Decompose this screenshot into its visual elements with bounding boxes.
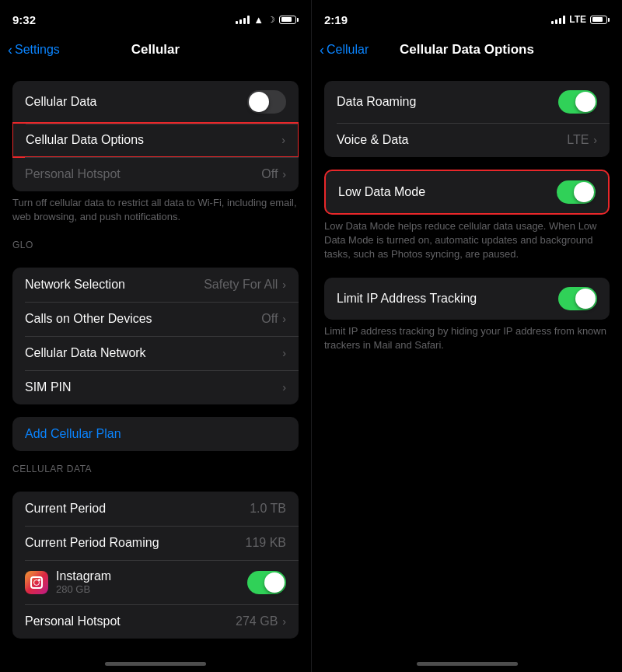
left-home-indicator (0, 646, 311, 672)
right-panel: 2:19 LTE ‹ Cellular Cellular Data Option… (311, 0, 622, 672)
instagram-left: Instagram 280 GB (25, 569, 111, 595)
left-time: 9:32 (12, 13, 36, 26)
wifi-icon: ▲ (253, 14, 264, 26)
limit-ip-info: Limit IP address tracking by hiding your… (312, 320, 622, 355)
cellular-data-section: Current Period 1.0 TB Current Period Roa… (12, 492, 299, 639)
instagram-icon-inner (30, 576, 43, 589)
data-roaming-row[interactable]: Data Roaming (324, 81, 610, 123)
home-bar (105, 662, 206, 666)
sim-pin-row[interactable]: SIM PIN › (12, 370, 299, 404)
chevron-right-icon: › (281, 134, 285, 146)
cellular-data-network-label: Cellular Data Network (25, 346, 146, 360)
right-back-label: Cellular (327, 43, 369, 57)
glo-section: Network Selection Safety For All › Calls… (12, 268, 299, 404)
current-period-roaming-value: 119 KB (246, 536, 286, 550)
toggle-thumb (249, 92, 269, 112)
cellular-data-network-row[interactable]: Cellular Data Network › (12, 336, 299, 370)
personal-hotspot-data-label: Personal Hotspot (25, 614, 121, 628)
toggle-thumb (574, 182, 594, 202)
left-back-button[interactable]: ‹ Settings (8, 42, 60, 58)
chevron-left-icon: ‹ (320, 42, 324, 58)
data-roaming-toggle[interactable] (558, 90, 597, 114)
network-selection-row[interactable]: Network Selection Safety For All › (12, 268, 299, 302)
voice-data-row[interactable]: Voice & Data LTE › (324, 123, 610, 157)
left-nav-bar: ‹ Settings Cellular (0, 34, 311, 68)
low-data-row[interactable]: Low Data Mode (326, 171, 608, 213)
limit-ip-label: Limit IP Address Tracking (337, 292, 477, 306)
calls-other-devices-value: Off (261, 312, 278, 326)
current-period-roaming-label: Current Period Roaming (25, 536, 159, 550)
personal-hotspot-data-right: 274 GB › (236, 614, 286, 628)
cellular-data-toggle[interactable] (247, 90, 286, 114)
glo-section-label: GLO (0, 227, 311, 255)
personal-hotspot-data-value: 274 GB (236, 614, 278, 628)
left-nav-title: Cellular (131, 42, 180, 58)
left-status-icons: ▲ ☽ (236, 14, 299, 26)
right-nav-bar: ‹ Cellular Cellular Data Options (312, 34, 622, 68)
limit-ip-toggle[interactable] (558, 287, 597, 310)
right-nav-title: Cellular Data Options (400, 42, 534, 58)
top-section: Cellular Data Cellular Data Options › Pe… (12, 81, 299, 191)
network-selection-right: Safety For All › (204, 278, 286, 292)
low-data-info: Low Data Mode helps reduce cellular data… (312, 215, 622, 265)
personal-hotspot-label: Personal Hotspot (25, 167, 121, 181)
cellular-data-options-row[interactable]: Cellular Data Options › (12, 122, 299, 158)
voice-data-right: LTE › (567, 133, 597, 147)
cellular-data-network-right: › (282, 347, 286, 359)
toggle-thumb (575, 289, 596, 309)
add-plan-row[interactable]: Add Cellular Plan (12, 417, 299, 451)
left-status-bar: 9:32 ▲ ☽ (0, 0, 311, 34)
toggle-thumb (575, 92, 596, 112)
calls-other-devices-right: Off › (261, 312, 286, 326)
chevron-right-icon: › (282, 381, 286, 394)
signal-bars-icon (236, 15, 250, 24)
instagram-toggle[interactable] (247, 571, 286, 594)
personal-hotspot-right: Off › (261, 167, 286, 181)
low-data-label: Low Data Mode (338, 185, 425, 199)
network-selection-label: Network Selection (25, 278, 125, 292)
right-status-bar: 2:19 LTE (312, 0, 622, 34)
signal-bars-icon (551, 15, 565, 24)
roaming-section: Data Roaming Voice & Data LTE › (324, 81, 610, 157)
limit-ip-row[interactable]: Limit IP Address Tracking (324, 278, 610, 320)
low-data-section: Low Data Mode (324, 170, 610, 215)
instagram-row: Instagram 280 GB (12, 560, 299, 604)
add-plan-section[interactable]: Add Cellular Plan (12, 417, 299, 451)
current-period-roaming-right: 119 KB (246, 536, 286, 550)
personal-hotspot-row[interactable]: Personal Hotspot Off › (12, 157, 299, 191)
chevron-right-icon: › (282, 168, 286, 180)
data-roaming-label: Data Roaming (337, 95, 416, 109)
current-period-label: Current Period (25, 502, 106, 516)
cellular-data-section-label: CELLULAR DATA (0, 451, 311, 479)
chevron-right-icon: › (282, 615, 286, 628)
voice-data-label: Voice & Data (337, 133, 409, 147)
right-back-button[interactable]: ‹ Cellular (320, 42, 369, 58)
low-data-toggle[interactable] (557, 180, 596, 204)
battery-icon (590, 16, 610, 24)
calls-other-devices-row[interactable]: Calls on Other Devices Off › (12, 302, 299, 336)
network-selection-value: Safety For All (204, 278, 278, 292)
current-period-roaming-row: Current Period Roaming 119 KB (12, 526, 299, 560)
instagram-size: 280 GB (56, 583, 111, 595)
chevron-left-icon: ‹ (8, 42, 12, 58)
personal-hotspot-data-row[interactable]: Personal Hotspot 274 GB › (12, 604, 299, 639)
right-time: 2:19 (324, 13, 348, 26)
instagram-icon (25, 571, 48, 594)
battery-icon (279, 16, 299, 24)
instagram-name: Instagram (56, 569, 111, 583)
current-period-row: Current Period 1.0 TB (12, 492, 299, 526)
cellular-data-row[interactable]: Cellular Data (12, 81, 299, 123)
left-panel: 9:32 ▲ ☽ ‹ Settings Cellular (0, 0, 311, 672)
chevron-right-icon: › (282, 347, 286, 359)
right-home-indicator (312, 646, 622, 672)
instagram-info: Instagram 280 GB (56, 569, 111, 595)
current-period-value: 1.0 TB (250, 502, 286, 516)
current-period-right: 1.0 TB (250, 502, 286, 516)
sim-pin-right: › (282, 381, 286, 394)
right-content: Data Roaming Voice & Data LTE › Low Data… (312, 68, 622, 646)
cellular-data-label: Cellular Data (25, 95, 96, 109)
cellular-data-options-right: › (281, 134, 285, 146)
limit-ip-section: Limit IP Address Tracking (324, 278, 610, 320)
right-status-icons: LTE (551, 14, 610, 25)
voice-data-value: LTE (567, 133, 589, 147)
